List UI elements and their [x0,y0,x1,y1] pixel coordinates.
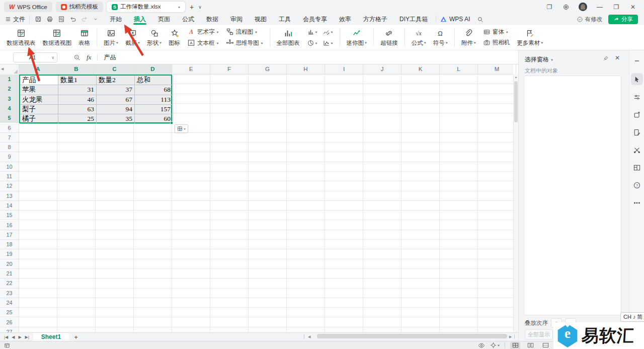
cell-B3[interactable]: 46 [58,95,97,105]
sheet-tab-sheet1[interactable]: Sheet1 [33,333,69,341]
row-header-22[interactable]: 22 [0,278,19,288]
caret-down-icon[interactable] [93,16,99,22]
menu-tab-review[interactable]: 审阅 [224,14,249,25]
center-target-icon[interactable]: ▾ [490,342,500,348]
cell-A2[interactable]: 苹果 [20,85,58,95]
row-header-15[interactable]: 15 [0,211,19,220]
table-button[interactable]: 表格 [75,28,94,47]
prev-sheet-icon[interactable]: ◀ [12,335,15,339]
page-layout-view-icon[interactable] [525,342,535,349]
cell-B4[interactable]: 63 [58,105,97,114]
column-chart-button[interactable]: ▾ [307,28,317,36]
pivot-chart-button[interactable]: 数据透视图 [39,28,75,47]
column-header-B[interactable]: B [57,64,96,75]
vertical-scroll-thumb[interactable] [514,81,518,122]
row-header-20[interactable]: 20 [0,259,19,269]
line-chart-button[interactable]: ▾ [323,28,333,36]
maximize-icon[interactable]: ❐ [612,3,620,11]
tab-docer-templates[interactable]: 找稻壳模板 [56,2,104,12]
menu-tab-data[interactable]: 数据 [200,14,224,25]
rotate-icon[interactable] [631,109,643,120]
help-icon[interactable]: ? [631,180,643,191]
macro-record-icon[interactable] [4,342,10,348]
ime-indicator[interactable]: CH ♪ 简 [620,312,644,322]
pin-icon[interactable] [603,55,609,61]
hyperlink-button[interactable]: 超链接 [377,28,401,47]
vertical-scrollbar[interactable]: ▲ [513,75,518,332]
next-sheet-icon[interactable]: ▶ [18,335,21,339]
eye-icon[interactable] [478,342,485,348]
menu-tab-home[interactable]: 开始 [104,14,128,25]
attachment-button[interactable]: 附件▾ [458,28,479,47]
column-header-E[interactable]: E [172,64,210,75]
objects-list[interactable] [524,76,621,315]
print-icon[interactable] [46,16,53,23]
cell-D5[interactable]: 60 [135,114,173,124]
menu-tab-member[interactable]: 会员专享 [297,14,333,25]
material-icon[interactable] [631,127,643,138]
menu-tab-efficiency[interactable]: 效率 [333,14,357,25]
row-header-25[interactable]: 25 [0,308,19,317]
cell-B2[interactable]: 31 [58,85,97,95]
pivot-table-button[interactable]: 数据透视表 [3,28,39,47]
scroll-right-icon[interactable]: ▶ [509,335,512,339]
cell-B1[interactable]: 数量1 [58,76,97,85]
formula-bar-value[interactable]: 产品 [104,53,116,62]
column-header-M[interactable]: M [478,64,516,75]
picture-button[interactable]: 图片▾ [100,28,122,47]
zoom-formula-icon[interactable] [73,54,80,61]
wps-ai-button[interactable]: WPS AI [436,16,474,23]
camera-button[interactable]: 照相机 [483,39,510,46]
row-header-13[interactable]: 13 [0,191,19,201]
column-header-D[interactable]: D [134,64,172,75]
panel-header[interactable]: 选择窗格 ▾ [525,55,553,64]
cell-D3[interactable]: 113 [135,95,173,105]
flowchart-button[interactable]: 流程图▾ [226,28,263,36]
wordart-button[interactable]: A艺术字▾ [187,28,219,36]
row-header-9[interactable]: 9 [0,152,19,162]
menu-tab-insert[interactable]: 插入 [128,14,152,25]
cell-C2[interactable]: 37 [97,85,135,95]
menu-tab-view[interactable]: 视图 [249,14,273,25]
sparkline-button[interactable]: 迷你图▾ [343,28,371,47]
normal-view-icon[interactable] [510,342,520,349]
more-icon[interactable] [631,197,643,208]
row-header-6[interactable]: 6 [0,123,19,133]
cell-A4[interactable]: 梨子 [20,105,58,114]
share-button[interactable]: 分享 [608,15,638,24]
row-header-1[interactable]: 1 [0,75,19,84]
column-header-G[interactable]: G [249,64,287,75]
cell-A1[interactable]: 产品 [20,76,58,85]
column-header-K[interactable]: K [401,64,440,75]
close-icon[interactable]: ✕ [629,3,637,11]
new-tab-button[interactable]: + [189,3,195,11]
cell-B5[interactable]: 25 [58,114,97,124]
scroll-up-icon[interactable]: ▲ [514,76,518,79]
windows-stack-icon[interactable]: ❐ [545,3,553,11]
cell-A5[interactable]: 橘子 [20,114,58,124]
row-header-12[interactable]: 12 [0,181,19,191]
cell-C1[interactable]: 数量2 [97,76,135,85]
row-header-18[interactable]: 18 [0,240,19,249]
scatter-chart-button[interactable]: ▾ [323,39,333,47]
cell-D1[interactable]: 总和 [135,76,173,85]
quick-analysis-button[interactable]: ▾ [175,124,188,133]
cell-D2[interactable]: 68 [135,85,173,95]
textbox-button[interactable]: A文本框▾ [187,39,219,47]
row-header-7[interactable]: 7 [0,133,19,143]
horizontal-scroll-thumb[interactable] [317,334,507,338]
cursor-icon[interactable] [631,73,643,85]
selection-range[interactable]: 产品数量1数量2总和苹果313768火龙果4667113梨子6394157橘子2… [19,75,172,123]
tab-wps-office[interactable]: W WPS Office [4,2,52,12]
scroll-left-icon[interactable]: ◀ [308,335,310,339]
tab-list-caret-icon[interactable]: ∨ [198,5,202,10]
minimize-icon[interactable]: — [596,3,604,11]
cell-A3[interactable]: 火龙果 [20,95,58,105]
search-icon[interactable] [477,16,484,23]
row-header-4[interactable]: 4 [0,104,19,113]
row-header-23[interactable]: 23 [0,289,19,298]
row-header-19[interactable]: 19 [0,249,19,259]
preview-icon[interactable] [58,16,65,23]
row-header-5[interactable]: 5 [0,113,19,123]
icons-button[interactable]: 图标 [165,28,184,47]
